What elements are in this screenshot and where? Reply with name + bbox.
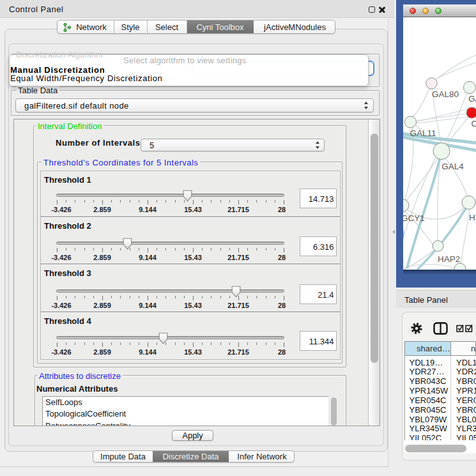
svg-text:GCY1: GCY1 <box>403 213 425 223</box>
svg-text:H: H <box>469 213 475 222</box>
svg-text:C: C <box>472 119 476 128</box>
svg-text:HAP2: HAP2 <box>438 254 460 264</box>
svg-text:GAL4: GAL4 <box>441 162 464 171</box>
svg-text:GA: GA <box>468 94 476 104</box>
svg-text:GAL80: GAL80 <box>432 89 459 99</box>
svg-text:GAL11: GAL11 <box>410 128 436 138</box>
